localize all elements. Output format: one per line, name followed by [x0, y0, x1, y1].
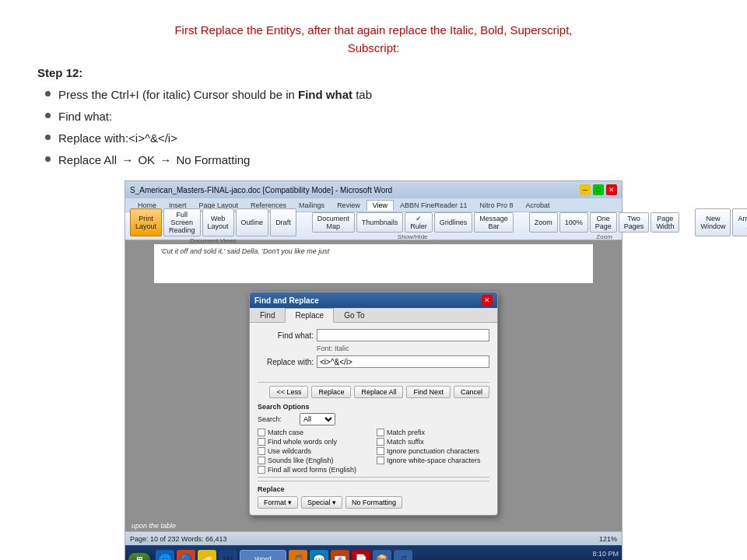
zoom-btn[interactable]: Zoom [529, 212, 558, 233]
start-button[interactable]: ⊞ [128, 553, 150, 561]
taskbar-icon-chrome[interactable]: 🔵 [177, 550, 195, 560]
taskbar-icon-mail[interactable]: 📧 [331, 550, 349, 560]
tab-acrobat[interactable]: Acrobat [520, 200, 556, 211]
document-views-label: Document Views [190, 237, 237, 244]
match-case-checkbox[interactable] [258, 429, 265, 436]
clock-time: 8:10 PM [586, 550, 619, 559]
replace-with-input[interactable] [317, 355, 489, 368]
search-options: Search Options Search: All Down Up [258, 403, 489, 474]
dialog-tab-replace[interactable]: Replace [285, 308, 334, 323]
zoom-100-btn[interactable]: 100% [559, 212, 588, 233]
title-bar-controls: ─ □ ✕ [580, 184, 617, 195]
minimize-btn[interactable]: ─ [580, 184, 591, 195]
tab-nitro[interactable]: Nitro Pro 8 [474, 200, 520, 211]
message-bar-btn[interactable]: Message Bar [474, 212, 514, 233]
replace-section-label: Replace [258, 485, 489, 493]
replace-all-btn[interactable]: Replace All [354, 386, 403, 398]
find-replace-dialog: Find and Replace ✕ Find Replace Go To Fi… [249, 292, 498, 516]
taskbar-icon-word[interactable]: W [219, 550, 237, 560]
dialog-title: Find and Replace [254, 296, 319, 305]
tab-abbn[interactable]: ABBN FineReader 11 [394, 200, 474, 211]
dialog-tab-goto[interactable]: Go To [334, 308, 375, 322]
tab-mailings[interactable]: Mailings [293, 200, 331, 211]
ignore-punct-checkbox[interactable] [377, 447, 384, 455]
web-layout-btn[interactable]: Web Layout [202, 208, 234, 236]
match-suffix-checkbox[interactable] [377, 438, 384, 446]
special-btn[interactable]: Special ▾ [301, 496, 342, 509]
sounds-like-row: Sounds like (English) [258, 457, 370, 464]
replace-section: Replace Format ▾ Special ▾ No Formatting [258, 481, 489, 509]
window-group: New Window Arrange All Split Synchronous… [695, 208, 747, 244]
dialog-tab-find[interactable]: Find [250, 308, 285, 322]
whole-words-label: Find whole words only [268, 438, 337, 446]
maximize-btn[interactable]: □ [593, 184, 604, 195]
list-item: Press the Ctrl+I (for italic) Cursor sho… [45, 86, 710, 104]
bullet-text: Replace All → OK → No Formatting [58, 151, 710, 170]
bullet-list: Press the Ctrl+I (for italic) Cursor sho… [45, 86, 710, 170]
find-what-input[interactable] [317, 329, 489, 341]
all-word-forms-checkbox[interactable] [258, 466, 265, 474]
match-prefix-row: Match prefix [377, 429, 489, 436]
dialog-close-btn[interactable]: ✕ [482, 295, 493, 306]
ignore-ws-checkbox[interactable] [377, 457, 384, 464]
taskbar-icon-word-active[interactable]: Word [240, 550, 286, 560]
match-case-row: Match case [258, 429, 370, 436]
arrange-btn[interactable]: Arrange All [732, 208, 747, 236]
full-screen-btn[interactable]: Full Screen Reading [163, 208, 201, 236]
gridlines-btn[interactable]: Gridlines [434, 212, 473, 233]
thumbnails-btn[interactable]: Thumbnails [356, 212, 404, 233]
action-btns-row: << Less Replace Replace All Find Next Ca… [258, 386, 489, 398]
bold-text: Find what [298, 88, 352, 101]
title-bar: S_American_Masters-FINAL-jaco.doc [Compa… [125, 181, 622, 198]
print-layout-btn[interactable]: Print Layout [130, 208, 162, 236]
options-grid: Match case Match prefix Find whole words… [258, 429, 489, 474]
doc-bottom-text: upon the table [125, 520, 622, 531]
status-left: Page: 10 of 232 Words: 66,413 [130, 535, 226, 543]
doc-text: 'Cut it off and sold it,' said Della. 'D… [160, 247, 329, 255]
taskbar-icon-ie[interactable]: 🌐 [156, 550, 174, 560]
ruler-btn[interactable]: ✓ Ruler [405, 212, 433, 233]
taskbar-icon-skype[interactable]: 💬 [310, 550, 328, 560]
list-item: Find what: [45, 107, 710, 126]
whole-words-row: Find whole words only [258, 438, 370, 446]
taskbar-icon-acrobat[interactable]: 📄 [352, 550, 370, 560]
tab-view[interactable]: View [366, 200, 394, 211]
tab-review[interactable]: Review [331, 200, 366, 211]
draft-btn[interactable]: Draft [270, 208, 296, 236]
dialog-title-bar: Find and Replace ✕ [250, 292, 497, 308]
wildcards-checkbox[interactable] [258, 447, 265, 455]
all-word-forms-label: Find all word forms (English) [268, 466, 356, 474]
replace-format-label [317, 371, 489, 379]
new-window-btn[interactable]: New Window [695, 208, 731, 236]
sounds-like-checkbox[interactable] [258, 457, 265, 464]
close-btn[interactable]: ✕ [606, 184, 617, 195]
match-suffix-label: Match suffix [387, 438, 424, 446]
show-hide-label: Show/Hide [398, 233, 428, 240]
replace-btns: Format ▾ Special ▾ No Formatting [258, 496, 489, 509]
taskbar-icon-misc1[interactable]: 📦 [373, 550, 391, 560]
one-page-btn[interactable]: One Page [590, 212, 617, 233]
format-btn[interactable]: Format ▾ [258, 496, 298, 509]
no-formatting-btn[interactable]: No Formatting [345, 496, 402, 509]
taskbar-icon-explorer[interactable]: 📁 [198, 550, 216, 560]
title-bar-text: S_American_Masters-FINAL-jaco.doc [Compa… [130, 186, 392, 194]
taskbar-icon-vlc[interactable]: 🎵 [289, 550, 307, 560]
taskbar-right: 8:10 PM 21-Nov-16 [586, 550, 619, 560]
taskbar: ⊞ 🌐 🔵 📁 W Word 🎵 💬 📧 📄 📦 🖨 8:10 PM 21-No… [125, 545, 622, 560]
less-btn[interactable]: << Less [269, 386, 308, 398]
search-select[interactable]: All Down Up [300, 413, 335, 425]
print-layout-btn-group: Print Layout Full Screen Reading Web Lay… [130, 208, 296, 244]
page-width-btn[interactable]: Page Width [651, 212, 679, 233]
ribbon-content: Print Layout Full Screen Reading Web Lay… [125, 212, 622, 240]
cancel-btn[interactable]: Cancel [454, 386, 489, 398]
doc-map-btn[interactable]: Document Map [312, 212, 355, 233]
find-next-btn[interactable]: Find Next [406, 386, 451, 398]
replace-btn[interactable]: Replace [311, 386, 351, 398]
match-prefix-checkbox[interactable] [377, 429, 384, 436]
bullet-dot [45, 91, 51, 96]
taskbar-icon-misc2[interactable]: 🖨 [394, 550, 412, 560]
two-pages-btn[interactable]: Two Pages [619, 212, 650, 233]
whole-words-checkbox[interactable] [258, 438, 265, 446]
ignore-ws-label: Ignore white-space characters [387, 457, 481, 464]
outline-btn[interactable]: Outline [236, 208, 269, 236]
